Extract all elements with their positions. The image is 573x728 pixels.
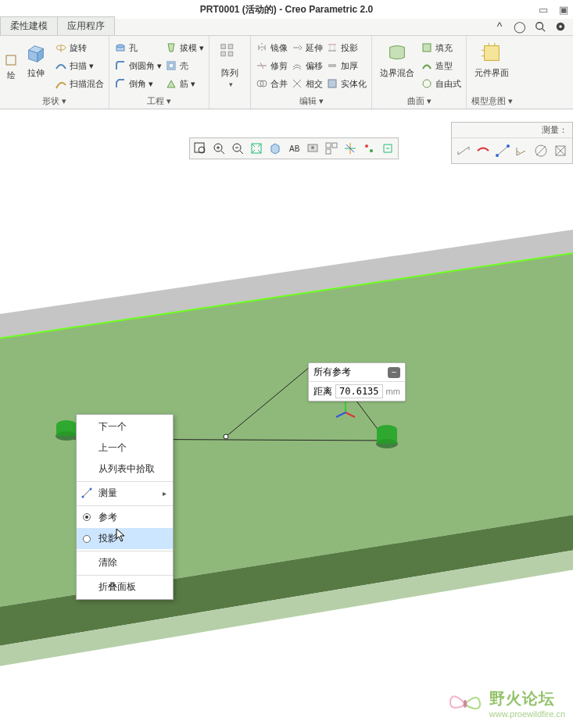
measure-area-icon[interactable]	[550, 141, 570, 161]
freestyle-btn[interactable]: 自由式	[421, 75, 461, 92]
draft-btn[interactable]: 拔模 ▾	[165, 39, 204, 56]
style-btn[interactable]: 造型	[421, 57, 461, 74]
hole-btn[interactable]: 孔	[114, 39, 162, 56]
saved-view-icon[interactable]	[303, 139, 322, 158]
ctx-reference[interactable]: 参考	[77, 505, 173, 528]
display-style-icon[interactable]	[266, 139, 285, 158]
datum-axis-icon[interactable]	[341, 139, 360, 158]
annotation-display-icon[interactable]: AB	[285, 139, 303, 158]
svg-rect-13	[228, 52, 233, 56]
refit-icon[interactable]	[247, 139, 266, 158]
trim-btn[interactable]: 修剪	[256, 57, 288, 74]
svg-point-70	[82, 496, 84, 498]
revolve-btn[interactable]: 旋转	[55, 39, 104, 56]
chevron-up-icon[interactable]: ^	[493, 20, 506, 33]
zoom-in-icon[interactable]	[210, 139, 228, 158]
ribbon-group-model-intent: 元件界面 模型意图 ▾	[467, 36, 517, 109]
component-interface-btn[interactable]: 元件界面	[471, 39, 512, 93]
sketch-btn[interactable]	[5, 52, 17, 69]
svg-line-69	[83, 489, 91, 497]
svg-point-0	[536, 23, 543, 30]
view-toolbar: AB	[189, 137, 399, 159]
svg-rect-53	[326, 143, 331, 148]
tab-flex-modeling[interactable]: 柔性建模	[0, 16, 58, 35]
svg-point-52	[311, 146, 314, 149]
measure-distance-unit: mm	[386, 387, 400, 396]
ribbon-tabstrip: 柔性建模 应用程序 ^ ◯	[0, 19, 573, 36]
merge-btn[interactable]: 合并	[256, 75, 288, 92]
ctx-projection[interactable]: 投影	[77, 528, 173, 549]
svg-point-63	[507, 145, 510, 148]
tab-applications[interactable]: 应用程序	[57, 16, 115, 35]
measure-result-box[interactable]: 所有参考 − 距离 70.6135 mm	[308, 362, 406, 401]
solidify-btn[interactable]: 实体化	[326, 75, 367, 92]
ctx-measure[interactable]: 测量▸	[77, 481, 173, 504]
toolbar-expand-icon[interactable]	[378, 139, 397, 158]
gear-icon[interactable]	[554, 20, 567, 33]
minimize-result-icon[interactable]: −	[388, 367, 400, 378]
datum-point-icon[interactable]	[360, 139, 378, 158]
measure-distance-icon[interactable]	[474, 141, 493, 161]
svg-rect-20	[485, 46, 500, 61]
context-menu: 下一个 上一个 从列表中拾取 测量▸ 参考 投影 清除 折叠面板	[76, 414, 174, 600]
ctx-previous[interactable]: 上一个	[77, 437, 173, 459]
mirror-btn[interactable]: 镜像	[256, 39, 288, 56]
ribbon-group-surface: 边界混合 填充 造型 自由式 曲面 ▾	[372, 36, 467, 109]
svg-rect-9	[169, 63, 174, 68]
extrude-btn[interactable]: 拉伸	[20, 39, 52, 93]
measure-distance-label: 距离	[313, 385, 332, 398]
sweep-btn[interactable]: 扫描 ▾	[55, 57, 104, 74]
svg-point-59	[365, 145, 368, 148]
ribbon-group-engineering: 孔 倒圆角 ▾ 倒角 ▾ 拔模 ▾ 壳 筋 ▾ 工程 ▾	[109, 36, 210, 109]
ribbon-group-edit: 镜像 修剪 合并 延伸 偏移 相交 投影 加厚 实体化 编辑 ▾	[251, 36, 372, 109]
ctx-collapse-panel[interactable]: 折叠面板	[77, 575, 173, 598]
svg-point-32	[56, 431, 77, 441]
svg-point-60	[370, 149, 373, 152]
measure-angle-icon[interactable]	[512, 141, 532, 161]
extend-btn[interactable]: 延伸	[291, 39, 323, 56]
svg-text:AB: AB	[289, 145, 300, 153]
svg-point-19	[423, 80, 431, 87]
zoom-window-icon[interactable]	[191, 139, 210, 158]
nav-icon[interactable]: ◯	[514, 20, 526, 33]
window-buttons: ▭ ▣	[539, 4, 568, 16]
measure-result-title: 所有参考	[313, 366, 351, 379]
sweep-blend-btn[interactable]: 扫描混合	[55, 75, 104, 92]
measure-diameter-icon[interactable]	[532, 141, 551, 161]
svg-line-65	[536, 146, 546, 155]
round-btn[interactable]: 倒圆角 ▾	[114, 57, 162, 74]
rib-btn[interactable]: 筋 ▾	[165, 75, 204, 92]
boundary-blend-btn[interactable]: 边界混合	[377, 39, 417, 93]
svg-line-1	[543, 29, 546, 32]
pattern-btn[interactable]: 阵列▾	[214, 39, 245, 105]
ribbon-group-shape: 绘 拉伸 旋转 扫描 ▾ 扫描混合 形状 ▾	[0, 36, 109, 109]
shell-btn[interactable]: 壳	[165, 57, 204, 74]
chamfer-btn[interactable]: 倒角 ▾	[114, 75, 162, 92]
watermark-text: 野火论坛	[489, 688, 565, 709]
measure-summary-icon[interactable]	[454, 141, 474, 161]
search-icon[interactable]	[534, 20, 546, 33]
ctx-next[interactable]: 下一个	[77, 416, 173, 437]
project-btn[interactable]: 投影	[326, 39, 367, 56]
zoom-out-icon[interactable]	[228, 139, 247, 158]
watermark-url: www.proewildfire.cn	[489, 709, 565, 719]
fill-btn[interactable]: 填充	[421, 39, 461, 56]
thicken-btn[interactable]: 加厚	[326, 57, 367, 74]
measure-length-icon[interactable]	[492, 141, 512, 161]
svg-rect-10	[221, 45, 226, 49]
minimize-icon[interactable]: ▭	[539, 4, 548, 16]
butterfly-icon	[447, 687, 483, 719]
intersect-btn[interactable]: 相交	[291, 75, 323, 92]
svg-rect-55	[326, 149, 331, 154]
offset-btn[interactable]: 偏移	[291, 57, 323, 74]
ctx-clear[interactable]: 清除	[77, 551, 173, 573]
svg-point-28	[224, 434, 228, 439]
svg-rect-11	[228, 45, 233, 49]
window-title: PRT0001 (活动的) - Creo Parametric 2.0	[200, 3, 373, 16]
svg-point-36	[377, 439, 397, 448]
ctx-pick-from-list[interactable]: 从列表中拾取	[77, 459, 173, 480]
view-manager-icon[interactable]	[322, 139, 341, 158]
measure-distance-value[interactable]: 70.6135	[335, 384, 383, 398]
svg-point-62	[496, 154, 499, 157]
restore-icon[interactable]: ▣	[559, 4, 568, 16]
